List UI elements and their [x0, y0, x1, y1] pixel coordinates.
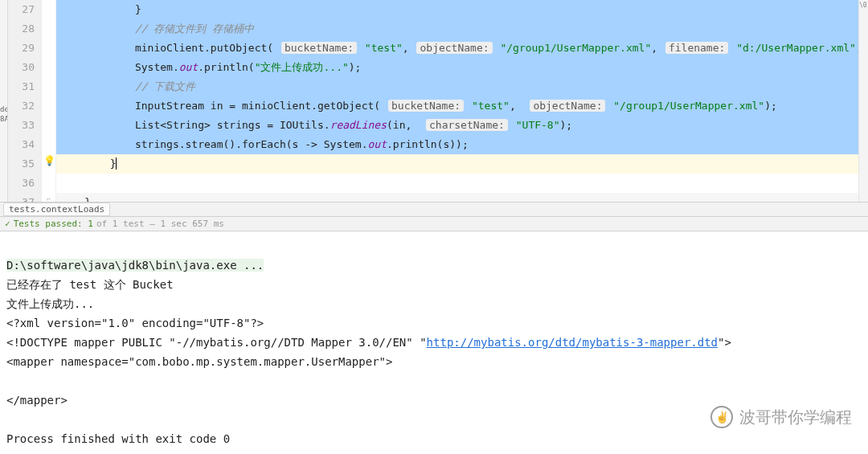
- code-line[interactable]: }: [56, 193, 858, 202]
- tests-detail: of 1 test – 1 sec 657 ms: [96, 217, 224, 231]
- line-number[interactable]: 31: [8, 77, 35, 96]
- param-hint: bucketName:: [388, 100, 464, 112]
- line-number[interactable]: 29: [8, 39, 35, 58]
- caret: [116, 157, 117, 170]
- code-line[interactable]: List<String> strings = IOUtils.readLines…: [56, 116, 858, 135]
- code-line[interactable]: // 下载文件: [56, 77, 858, 96]
- line-number[interactable]: 32: [8, 96, 35, 116]
- watermark-text: 波哥带你学编程: [739, 407, 852, 428]
- project-tool-sliver[interactable]: demo 8App: [0, 0, 8, 202]
- line-gutter[interactable]: 27 28 29 30 31 32 33 34 35 36 37: [8, 0, 42, 202]
- tests-passed-label: Tests passed: 1: [14, 217, 93, 231]
- line-number[interactable]: 36: [8, 174, 35, 193]
- line-number[interactable]: 30: [8, 58, 35, 77]
- console-line: <mapper namespace="com.bobo.mp.system.ma…: [6, 355, 392, 368]
- code-line-current[interactable]: }: [56, 154, 858, 174]
- code-line[interactable]: [56, 174, 858, 193]
- line-number[interactable]: 34: [8, 135, 35, 154]
- console-line: 已经存在了 test 这个 Bucket: [6, 278, 174, 291]
- line-number[interactable]: 35: [8, 154, 35, 174]
- editor-scrollbar[interactable]: \014: [858, 0, 868, 202]
- console-line: 文件上传成功...: [6, 297, 94, 310]
- code-line[interactable]: strings.stream().forEach(s -> System.out…: [56, 135, 858, 154]
- scroll-hint: \014: [859, 0, 868, 9]
- intention-bulb-icon[interactable]: 💡: [43, 155, 55, 166]
- console-command: D:\software\java\jdk8\bin\java.exe ...: [6, 259, 264, 272]
- console-line: </mapper>: [6, 394, 68, 407]
- editor-region: demo 8App 27 28 29 30 31 32 33 34 35 36 …: [0, 0, 868, 202]
- breadcrumb[interactable]: tests.contextLoads: [3, 202, 110, 216]
- breadcrumb-bar: tests.contextLoads: [0, 202, 868, 217]
- console-line: Process finished with exit code 0: [6, 432, 230, 445]
- fold-handle-icon[interactable]: ⌐: [47, 195, 51, 203]
- code-line[interactable]: System.out.println("文件上传成功...");: [56, 58, 858, 77]
- code-area[interactable]: } // 存储文件到 存储桶中 minioClient.putObject( b…: [56, 0, 858, 202]
- watermark: ✌ 波哥带你学编程: [710, 406, 852, 428]
- param-hint: objectName:: [530, 100, 605, 112]
- param-hint: filename:: [665, 42, 728, 54]
- param-hint: objectName:: [416, 42, 492, 54]
- param-hint: charsetName:: [426, 119, 508, 131]
- console-line: <!DOCTYPE mapper PUBLIC "-//mybatis.org/…: [6, 336, 731, 349]
- code-line[interactable]: // 存储文件到 存储桶中: [56, 19, 858, 39]
- console-line: <?xml version="1.0" encoding="UTF-8"?>: [6, 317, 264, 329]
- param-hint: bucketName:: [281, 42, 357, 54]
- code-line[interactable]: InputStream in = minioClient.getObject( …: [56, 96, 858, 116]
- line-number[interactable]: 27: [8, 0, 35, 19]
- wechat-icon: ✌: [710, 406, 733, 428]
- line-number[interactable]: 33: [8, 116, 35, 135]
- code-line[interactable]: }: [56, 0, 858, 19]
- check-icon: ✓: [5, 217, 10, 231]
- console-link[interactable]: http://mybatis.org/dtd/mybatis-3-mapper.…: [427, 336, 718, 349]
- test-status-bar: ✓ Tests passed: 1 of 1 test – 1 sec 657 …: [0, 217, 868, 231]
- line-number[interactable]: 28: [8, 19, 35, 39]
- code-line[interactable]: minioClient.putObject( bucketName: "test…: [56, 39, 858, 58]
- marker-strip: 💡 ⌐: [42, 0, 56, 202]
